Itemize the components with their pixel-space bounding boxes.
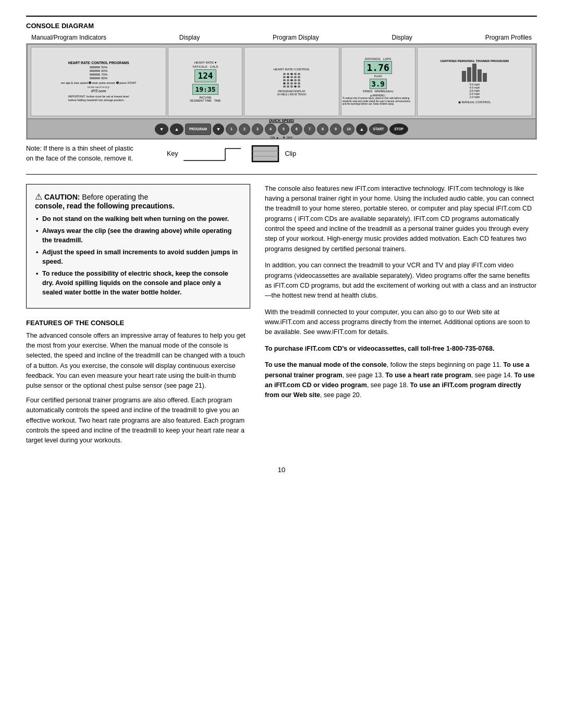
console-inner: HEART RATE↑CONTROL PROGRAMS 50% 60% 70% …	[27, 44, 536, 139]
console-bottom-panel: QUICK SPEED ▼ ▲ PROGRAM ▼ 1 2 3 4 5 6 7 …	[28, 119, 535, 138]
btn-4[interactable]: 4	[265, 124, 276, 135]
page-number: 10	[26, 466, 537, 474]
btn-down[interactable]: ▼	[213, 124, 224, 135]
features-title: FEATURES OF THE CONSOLE	[26, 319, 250, 327]
key-clip-row: Note: If there is a thin sheet of plasti…	[26, 144, 537, 164]
right-para-3: With the treadmill connected to your com…	[265, 307, 537, 338]
clip-svg	[251, 145, 280, 163]
key-line-svg	[183, 146, 246, 162]
btn-7[interactable]: 7	[304, 124, 315, 135]
panel-program-display: HEART RATE↑CONTROL PROGRAM DISPLAY 1/4 M…	[244, 47, 339, 116]
btn-8[interactable]: 8	[317, 124, 328, 135]
label-program-profiles: Program Profiles	[485, 34, 532, 41]
btn-1[interactable]: 1	[226, 124, 237, 135]
caution-bullet-4: To reduce the possibility of electric sh…	[35, 269, 241, 297]
diagram-labels-row: Manual/Program Indicators Display Progra…	[26, 34, 537, 41]
caution-bullet-3: Adjust the speed in small increments to …	[35, 248, 241, 266]
console-diagram-title: CONSOLE DIAGRAM	[26, 22, 537, 30]
on-off-label: ON ▲ ▼ OFF	[271, 136, 293, 139]
panel-distance-speed: DISTANCE LAPS 1.76 Km/H 3.9 SPEED MIN/MI…	[341, 47, 415, 116]
main-content: ⚠CAUTION: Before operating the console, …	[26, 184, 537, 450]
btn-9[interactable]: 9	[330, 124, 341, 135]
btn-2[interactable]: 2	[239, 124, 250, 135]
label-program-display: Program Display	[273, 34, 319, 41]
caution-title: ⚠CAUTION: Before operating the console, …	[35, 192, 241, 210]
console-image: HEART RATE↑CONTROL PROGRAMS 50% 60% 70% …	[26, 43, 537, 140]
panel-heart-rate-control-programs: HEART RATE↑CONTROL PROGRAMS 50% 60% 70% …	[31, 47, 166, 116]
console-diagram-section: CONSOLE DIAGRAM Manual/Program Indicator…	[26, 16, 537, 164]
btn-5[interactable]: 5	[278, 124, 289, 135]
btn-power-down[interactable]: ▼	[155, 124, 168, 135]
panel-heart-rate-display: HEART RATE ♥ FAT/CALS CALS 124 19:35 INC…	[168, 47, 242, 116]
btn-10[interactable]: 10	[343, 124, 354, 135]
features-para-2: Four certified personal trainer programs…	[26, 396, 250, 446]
caution-icon: ⚠	[35, 192, 42, 201]
panel-certified-programs: CERTIFIED PERSONAL TRAINER PROGRAMS 5.0 …	[417, 47, 532, 116]
btn-up[interactable]: ▲	[356, 124, 368, 135]
svg-rect-3	[252, 146, 278, 162]
section-divider	[26, 174, 537, 175]
right-para-1: The console also features new iFIT.com i…	[265, 184, 537, 255]
key-drawing: Key Clip	[167, 145, 537, 163]
btn-program[interactable]: PROGRAM	[185, 124, 211, 135]
caution-bullet-2: Always wear the clip (see the drawing ab…	[35, 226, 241, 245]
right-para-2: In addition, you can connect the treadmi…	[265, 261, 537, 301]
right-para-5: To use the manual mode of the console, f…	[265, 360, 537, 401]
console-top-panel: HEART RATE↑CONTROL PROGRAMS 50% 60% 70% …	[28, 45, 535, 119]
features-para-1: The advanced console offers an impressiv…	[26, 331, 250, 391]
btn-stop[interactable]: STOP	[389, 124, 408, 135]
btn-6[interactable]: 6	[291, 124, 302, 135]
quick-speed-label: QUICK SPEED	[269, 119, 294, 122]
caution-bullets: Do not stand on the walking belt when tu…	[35, 214, 241, 298]
label-manual-program: Manual/Program Indicators	[31, 34, 106, 41]
label-display1: Display	[179, 34, 200, 41]
caution-box: ⚠CAUTION: Before operating the console, …	[26, 184, 250, 309]
btn-3[interactable]: 3	[252, 124, 263, 135]
label-display2: Display	[391, 34, 412, 41]
left-column: ⚠CAUTION: Before operating the console, …	[26, 184, 250, 450]
clip-label: Clip	[285, 150, 297, 157]
btn-start[interactable]: START	[369, 124, 388, 135]
right-para-4: To purchase iFIT.com CD's or videocasset…	[265, 344, 537, 354]
key-label: Key	[167, 150, 178, 157]
caution-bullet-1: Do not stand on the walking belt when tu…	[35, 214, 241, 224]
note-text: Note: If there is a thin sheet of plasti…	[26, 144, 167, 164]
right-column: The console also features new iFIT.com i…	[265, 184, 537, 450]
btn-power-up[interactable]: ▲	[170, 124, 183, 135]
